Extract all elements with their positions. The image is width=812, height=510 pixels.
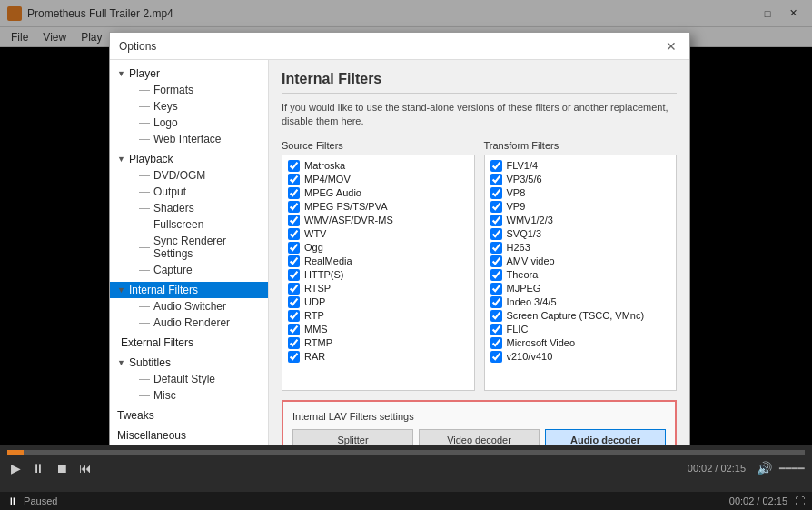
transform-filters-group: Transform Filters FLV1/4VP3/5/6VP8VP9WMV… xyxy=(484,140,678,391)
tree-child-shaders[interactable]: —Shaders xyxy=(132,200,268,216)
dialog-body: ▼ Player —Formats —Keys —Logo —Web Inter… xyxy=(110,60,689,451)
filter-checkbox[interactable] xyxy=(288,215,300,226)
expand-icon[interactable]: ⛶ xyxy=(795,495,805,506)
filter-item: WMV1/2/3 xyxy=(489,214,673,227)
tree-child-sync[interactable]: —Sync Renderer Settings xyxy=(132,233,268,262)
transform-filters-label: Transform Filters xyxy=(484,140,678,151)
dialog-close-button[interactable]: ✕ xyxy=(662,37,680,55)
filter-label: FLV1/4 xyxy=(507,160,539,171)
filter-checkbox[interactable] xyxy=(288,187,300,199)
filter-item: MPEG PS/TS/PVA xyxy=(286,200,470,214)
source-filters-label: Source Filters xyxy=(282,140,475,151)
filter-checkbox[interactable] xyxy=(288,201,300,213)
filter-checkbox[interactable] xyxy=(490,215,502,226)
filter-item: HTTP(S) xyxy=(286,268,470,282)
tree-child-web-interface[interactable]: —Web Interface xyxy=(132,131,268,147)
tree-child-misc[interactable]: —Misc xyxy=(132,387,268,404)
tree-group-player-label[interactable]: ▼ Player xyxy=(110,65,268,82)
tree-group-internal-filters: ▼ Internal Filters —Audio Switcher —Audi… xyxy=(110,280,268,333)
filter-checkbox[interactable] xyxy=(490,242,502,254)
play-button[interactable]: ▶ xyxy=(7,459,25,477)
filter-checkbox[interactable] xyxy=(288,283,300,295)
tree-child-audio-switcher[interactable]: —Audio Switcher xyxy=(132,298,268,315)
filter-checkbox[interactable] xyxy=(288,160,300,172)
filter-item: VP9 xyxy=(489,200,673,214)
filter-checkbox[interactable] xyxy=(288,351,300,363)
filter-item: MPEG Audio xyxy=(286,186,470,200)
lav-label: Internal LAV Filters settings xyxy=(292,411,666,422)
filter-item: MJPEG xyxy=(489,282,673,295)
filter-checkbox[interactable] xyxy=(490,174,502,185)
filter-checkbox[interactable] xyxy=(490,187,502,199)
filter-checkbox[interactable] xyxy=(490,337,502,349)
time-status: 00:02 / 02:15 xyxy=(729,495,787,506)
filter-label: SVQ1/3 xyxy=(507,228,542,239)
filter-label: RTP xyxy=(304,310,324,321)
tree-group-playback: ▼ Playback —DVD/OGM —Output —Shaders —Fu… xyxy=(110,149,268,280)
filter-checkbox[interactable] xyxy=(490,269,502,281)
tree-child-logo[interactable]: —Logo xyxy=(132,115,268,131)
filter-label: VP8 xyxy=(507,187,526,198)
content-description: If you would like to use the stand-alone… xyxy=(282,101,677,129)
filter-item: H263 xyxy=(489,241,673,255)
pause-button[interactable]: ⏸ xyxy=(28,459,48,477)
tree-child-capture[interactable]: —Capture xyxy=(132,262,268,278)
tree-child-formats[interactable]: —Formats xyxy=(132,82,268,98)
filter-checkbox[interactable] xyxy=(490,160,502,172)
volume-icon[interactable]: 🔊 xyxy=(757,461,772,475)
tree-group-external-filters-label[interactable]: External Filters xyxy=(110,335,268,351)
filter-label: MJPEG xyxy=(507,283,541,294)
tree-child-audio-renderer[interactable]: —Audio Renderer xyxy=(132,315,268,331)
prev-button[interactable]: ⏮ xyxy=(75,459,95,477)
tree-group-subtitles-label[interactable]: ▼ Subtitles xyxy=(110,355,268,371)
filter-checkbox[interactable] xyxy=(288,324,300,335)
controls-row: ▶ ⏸ ⏹ ⏮ 00:02 / 02:15 🔊 ━━━━ xyxy=(0,455,812,481)
expand-icon-internal-filters: ▼ xyxy=(117,285,125,295)
tree-child-keys[interactable]: —Keys xyxy=(132,98,268,115)
filter-checkbox[interactable] xyxy=(288,242,300,254)
filter-checkbox[interactable] xyxy=(490,324,502,335)
progress-bar-track[interactable] xyxy=(7,450,805,455)
filter-label: WMV/ASF/DVR-MS xyxy=(304,215,393,225)
tree-group-playback-label[interactable]: ▼ Playback xyxy=(110,151,268,167)
tree-child-fullscreen[interactable]: —Fullscreen xyxy=(132,216,268,233)
filter-checkbox[interactable] xyxy=(288,310,300,322)
filter-checkbox[interactable] xyxy=(490,351,502,363)
filter-checkbox[interactable] xyxy=(288,228,300,240)
filter-item: Microsoft Video xyxy=(489,336,673,350)
tree-panel: ▼ Player —Formats —Keys —Logo —Web Inter… xyxy=(110,60,269,451)
filter-checkbox[interactable] xyxy=(490,255,502,267)
tree-child-output[interactable]: —Output xyxy=(132,184,268,200)
filter-checkbox[interactable] xyxy=(288,174,300,185)
tree-group-miscellaneous-label[interactable]: Miscellaneous xyxy=(110,427,268,444)
stop-button[interactable]: ⏹ xyxy=(52,459,72,477)
tree-group-miscellaneous: Miscellaneous xyxy=(110,425,268,445)
tree-group-internal-filters-label[interactable]: ▼ Internal Filters xyxy=(110,282,268,298)
filter-item: RTP xyxy=(286,309,470,323)
source-filters-group: Source Filters MatroskaMP4/MOVMPEG Audio… xyxy=(282,140,475,391)
filter-checkbox[interactable] xyxy=(490,283,502,295)
filter-item: Matroska xyxy=(286,159,470,173)
expand-icon-player: ▼ xyxy=(117,69,125,78)
tree-child-dvd[interactable]: —DVD/OGM xyxy=(132,167,268,184)
filter-item: VP8 xyxy=(489,186,673,200)
volume-bar[interactable]: ━━━━ xyxy=(779,463,805,475)
tree-children-player: —Formats —Keys —Logo —Web Interface xyxy=(110,82,268,147)
filter-checkbox[interactable] xyxy=(288,337,300,349)
filter-checkbox[interactable] xyxy=(490,310,502,322)
filter-label: HTTP(S) xyxy=(304,269,343,280)
tree-child-default-style[interactable]: —Default Style xyxy=(132,371,268,387)
filter-checkbox[interactable] xyxy=(288,296,300,308)
filter-label: VP3/5/6 xyxy=(507,174,542,185)
filter-item: WMV/ASF/DVR-MS xyxy=(286,214,470,227)
filter-checkbox[interactable] xyxy=(490,201,502,213)
filter-checkbox[interactable] xyxy=(490,296,502,308)
filter-checkbox[interactable] xyxy=(490,228,502,240)
filter-label: FLIC xyxy=(507,324,529,335)
filter-label: Microsoft Video xyxy=(507,337,576,348)
filter-checkbox[interactable] xyxy=(288,269,300,281)
tree-group-tweaks-label[interactable]: Tweaks xyxy=(110,407,268,424)
filter-checkbox[interactable] xyxy=(288,255,300,267)
status-indicator: ⏸ xyxy=(7,495,17,506)
filter-item: Ogg xyxy=(286,241,470,255)
